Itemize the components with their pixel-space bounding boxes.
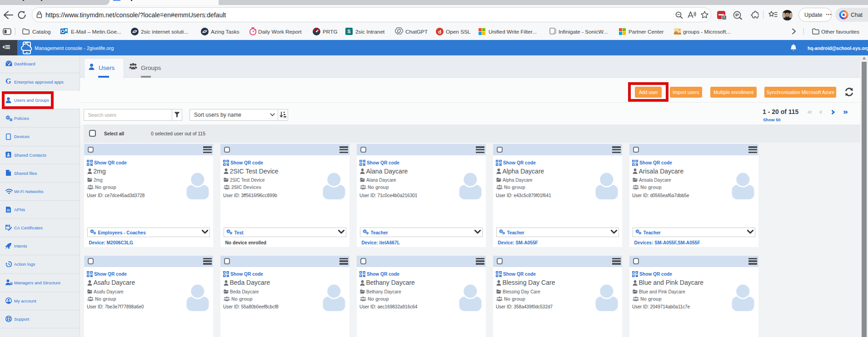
svg-text:S: S	[347, 29, 350, 34]
svg-text:IP: IP	[735, 13, 739, 17]
svg-text:d: d	[438, 29, 441, 35]
